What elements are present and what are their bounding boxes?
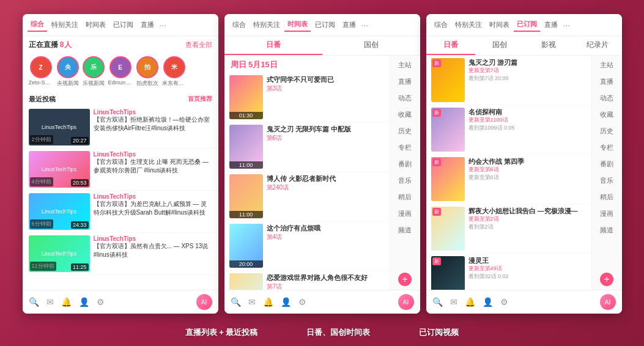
post-description: 【官方双语】虽然有点贵欠... — XPS 13说 #linus谈科技	[94, 242, 212, 259]
nav-item-直播[interactable]: 直播	[339, 18, 359, 31]
side-menu-item-漫画[interactable]: 漫画	[600, 209, 613, 218]
bell-icon[interactable]: 🔔	[465, 297, 475, 307]
side-menu-item-番剧[interactable]: 番剧	[600, 160, 613, 169]
subscribed-item[interactable]: 新 鬼灭之刃 游刃篇 更新至第7话 看到第7话 20:00	[426, 56, 591, 105]
search-icon[interactable]: 🔍	[29, 297, 39, 307]
settings-icon[interactable]: ⚙	[500, 297, 508, 307]
nav-item-已订阅[interactable]: 已订阅	[110, 18, 136, 31]
channel-logo: LinusTechTips	[40, 123, 78, 131]
anime-item[interactable]: 11:00 鬼灭之刃 无限列车篇 中配版 第6话	[224, 122, 390, 172]
user-icon[interactable]: 👤	[281, 297, 291, 307]
subscribed-info: 鬼灭之刃 游刃篇 更新至第7话 看到第7话 20:00	[468, 58, 587, 83]
post-item[interactable]: LinusTechTips 20:53 4分钟前 LinusTechTips 【…	[23, 149, 218, 191]
add-button[interactable]: +	[600, 273, 613, 286]
user-avatar[interactable]: AI	[600, 294, 616, 310]
subscribed-item[interactable]: 新 名侦探柯南 更新至第1100话 看到第1099话 0:05	[426, 105, 591, 155]
sub-tab-日番[interactable]: 日番	[426, 36, 475, 55]
nav-more[interactable]: ···	[160, 20, 167, 30]
subscribed-update: 更新至第1100话	[468, 116, 587, 124]
anime-item[interactable]: 21:00 恋爱游戏世界对路人角色很不友好 第7话	[224, 271, 390, 290]
side-menu-item-稍后[interactable]: 稍后	[398, 193, 412, 202]
live-title: 正在直播 8人	[29, 40, 72, 50]
anime-item[interactable]: 11:00 博人传 火影忍者新时代 第240话	[224, 172, 390, 221]
side-menu-item-番剧[interactable]: 番剧	[398, 160, 412, 169]
nav-item-直播[interactable]: 直播	[541, 18, 561, 31]
nav-item-已订阅[interactable]: 已订阅	[514, 18, 540, 32]
side-menu-item-主站[interactable]: 主站	[600, 61, 613, 70]
mail-icon[interactable]: ✉	[248, 297, 256, 307]
sub-tab-纪录片[interactable]: 纪录片	[573, 36, 622, 55]
add-button[interactable]: +	[398, 273, 412, 286]
avatar-item[interactable]: E EdmundD...	[108, 56, 133, 87]
sub-tab-国创[interactable]: 国创	[322, 36, 420, 55]
search-icon[interactable]: 🔍	[231, 297, 241, 307]
nav-more[interactable]: ···	[563, 20, 571, 30]
mail-icon[interactable]: ✉	[46, 297, 54, 307]
side-menu-item-历史[interactable]: 历史	[600, 127, 613, 136]
nav-item-时间表[interactable]: 时间表	[486, 18, 513, 31]
side-menu-item-音乐[interactable]: 音乐	[600, 176, 613, 185]
nav-item-时间表[interactable]: 时间表	[83, 18, 109, 31]
subscribed-thumbnail: 新	[431, 108, 465, 152]
nav-item-特别关注[interactable]: 特别关注	[250, 18, 283, 31]
nav-item-综合[interactable]: 综合	[431, 18, 451, 31]
nav-item-直播[interactable]: 直播	[138, 18, 157, 31]
anime-info: 式守同学不只可爱而已 第3话	[267, 75, 385, 93]
post-item[interactable]: LinusTechTips 11:25 11分钟前 LinusTechTips …	[23, 233, 218, 275]
subscribed-item[interactable]: 新 漫灵王 更新至第49话 看到第32话 0:02	[426, 254, 591, 290]
side-menu-item-历史[interactable]: 历史	[398, 127, 412, 136]
side-menu-item-漫画[interactable]: 漫画	[398, 209, 412, 218]
nav-item-已订阅[interactable]: 已订阅	[312, 18, 338, 31]
side-menu-item-收藏[interactable]: 收藏	[398, 110, 412, 119]
user-icon[interactable]: 👤	[483, 297, 493, 307]
settings-icon[interactable]: ⚙	[298, 297, 306, 307]
side-menu-item-直播[interactable]: 直播	[600, 77, 613, 86]
see-all-link[interactable]: 查看全部	[185, 40, 212, 50]
nav-item-特别关注[interactable]: 特别关注	[452, 18, 485, 31]
side-menu-item-稍后[interactable]: 稍后	[600, 193, 613, 202]
side-menu-item-直播[interactable]: 直播	[398, 77, 412, 86]
side-menu-item-音乐[interactable]: 音乐	[398, 176, 412, 185]
panel-nav: 综合特别关注时间表已订阅直播···	[224, 14, 420, 36]
bell-icon[interactable]: 🔔	[263, 297, 273, 307]
sub-tab-日番[interactable]: 日番	[224, 36, 322, 55]
subscribed-progress: 更新至第6话	[468, 174, 587, 182]
post-item[interactable]: LinusTechTips 20:27 2分钟前 LinusTechTips 【…	[23, 106, 218, 149]
nav-item-综合[interactable]: 综合	[229, 18, 249, 31]
avatar-item[interactable]: 央 央视新闻	[57, 56, 79, 87]
search-icon[interactable]: 🔍	[432, 297, 443, 307]
subscribed-item[interactable]: 新 约会大作战 第四季 更新至第6话 更新至第6话	[426, 155, 591, 204]
side-menu-item-动态[interactable]: 动态	[600, 94, 613, 103]
side-menu-item-主站[interactable]: 主站	[398, 61, 412, 70]
nav-more[interactable]: ···	[361, 20, 369, 30]
side-menu-item-频道[interactable]: 频道	[600, 226, 613, 235]
post-info: LinusTechTips 【官方双语】拒绝新裤垃圾！—给硬公办室安装伤侈快Ai…	[94, 109, 212, 145]
user-avatar[interactable]: AI	[398, 294, 414, 310]
nav-item-综合[interactable]: 综合	[28, 18, 47, 32]
post-channel: LinusTechTips	[94, 109, 212, 116]
nav-item-时间表[interactable]: 时间表	[284, 18, 311, 32]
user-icon[interactable]: 👤	[79, 297, 89, 307]
side-menu-item-动态[interactable]: 动态	[398, 94, 412, 103]
avatar-item[interactable]: 乐 乐视新闻	[83, 56, 105, 87]
bell-icon[interactable]: 🔔	[61, 297, 72, 307]
side-menu-item-专栏[interactable]: 专栏	[398, 143, 412, 152]
anime-item[interactable]: 20:00 这个治疗有点烦哦 第4话	[224, 221, 390, 271]
sub-tab-国创[interactable]: 国创	[475, 36, 524, 55]
side-menu-item-专栏[interactable]: 专栏	[600, 143, 613, 152]
avatar-item[interactable]: Z Zeto-Sala...	[29, 56, 53, 87]
avatar-item[interactable]: 米 米东有偿的	[162, 56, 187, 87]
subscribed-item[interactable]: 新 辉夜大小姐想让我告白 —究极浪漫— 更新至第2话 看到第2话	[426, 204, 591, 254]
user-avatar[interactable]: AI	[196, 294, 212, 310]
settings-icon[interactable]: ⚙	[97, 297, 105, 307]
mail-icon[interactable]: ✉	[450, 297, 457, 307]
nav-item-特别关注[interactable]: 特别关注	[48, 18, 81, 31]
side-menu-item-收藏[interactable]: 收藏	[600, 110, 613, 119]
anime-info: 鬼灭之刃 无限列车篇 中配版 第6话	[267, 125, 385, 142]
post-item[interactable]: LinusTechTips 24:33 6分钟前 LinusTechTips 【…	[23, 191, 218, 233]
caption-panel3: 已订阅视频	[419, 327, 459, 338]
anime-item[interactable]: 01:30 式守同学不只可爱而已 第3话	[224, 73, 390, 122]
sub-tab-影视[interactable]: 影视	[524, 36, 573, 55]
side-menu-item-频道[interactable]: 频道	[398, 226, 412, 235]
avatar-item[interactable]: 拍 拍虎歌次	[136, 56, 158, 87]
